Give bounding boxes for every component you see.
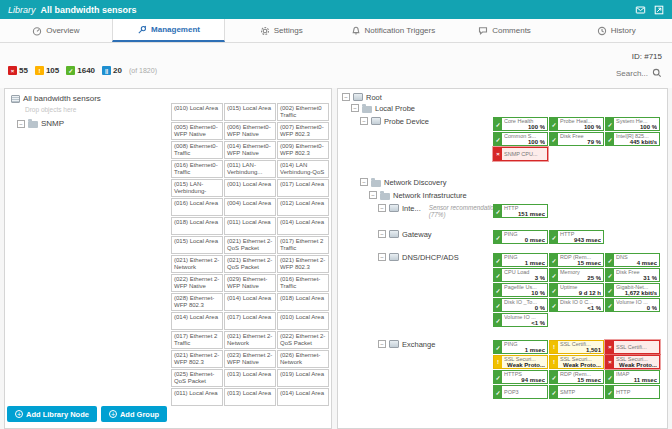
library-sensor-item[interactable]: (017) Ethernet 2 Traffic [171,331,223,349]
library-sensor-item[interactable]: (013) Local Area [224,388,276,406]
sensor-chip[interactable]: ✓SMTP [549,385,604,399]
search-input[interactable] [578,69,648,78]
status-count-down[interactable]: ×55 [8,66,28,75]
library-sensor-item[interactable]: (014) Local Area [171,312,223,330]
tab-history[interactable]: History [560,19,672,42]
sensor-chip[interactable]: ✓RDP (Rem...15 msec [549,370,604,384]
library-sensor-item[interactable]: (018) Local Area [277,293,329,311]
library-sensor-item[interactable]: (014) Local Area [277,217,329,235]
sensor-chip[interactable]: ✓Pagefile Us...10 % [493,283,548,297]
library-sensor-item[interactable]: (022) Ethernet 2-WFP Native [171,274,223,292]
library-sensor-item[interactable]: (017) Local Area [224,312,276,330]
library-sensor-item[interactable]: (017) Ethernet 2 Traffic [277,236,329,254]
tree-node-label[interactable]: −Root [340,93,665,102]
library-sensor-item[interactable]: (014) LAN Verbindung-QoS [277,160,329,178]
sensor-chip[interactable]: ✓Memory25 % [549,268,604,282]
library-sensor-item[interactable]: (010) Local Area [277,312,329,330]
search-box[interactable] [578,68,662,78]
sensor-chip[interactable]: ✓HTTP151 msec [493,204,548,218]
library-sensor-item[interactable]: (015) Local Area [171,236,223,254]
tab-settings[interactable]: Settings [225,19,337,42]
library-sensor-item[interactable]: (002) Ethernet0 Traffic [277,103,329,121]
sensor-chip[interactable]: ✓Volume IO ...0 % [605,298,660,312]
sensor-chip[interactable]: ✓HTTP [605,385,660,399]
sensor-chip[interactable]: ✓Intel[R] 825...445 kbit/s [605,132,660,146]
library-sensor-item[interactable]: (022) Ethernet 2-QoS Packet [277,331,329,349]
sensor-chip[interactable]: ✓POP3 [493,385,548,399]
sensor-chip[interactable]: ✓Disk IO _To...0 % [493,298,548,312]
library-sensor-item[interactable]: (014) Local Area [224,293,276,311]
library-sensor-item[interactable]: (006) Ethernet0-WFP Native [224,122,276,140]
tree-node-label[interactable]: −Network Discovery [340,178,665,187]
tab-overview[interactable]: Overview [0,19,112,42]
library-sensor-item[interactable]: (021) Ethernet 2-Network [224,331,276,349]
collapse-icon[interactable]: − [378,340,386,348]
sensor-chip[interactable]: ×SSL Certifi... [605,340,660,354]
sensor-chip[interactable]: ✓IMAP11 msec [605,370,660,384]
library-sensor-item[interactable]: (011) LAN-Verbindung... [224,160,276,178]
collapse-icon[interactable]: − [369,191,377,199]
sensor-chip[interactable]: ✓PING0 msec [493,230,548,244]
library-sensor-item[interactable]: (021) Ethernet 2-Network [171,255,223,273]
sensor-chip[interactable]: ✓Probe Heal...100 % [549,117,604,131]
sensor-chip[interactable]: ✓PING1 msec [493,340,548,354]
search-icon[interactable] [652,68,662,78]
library-sensor-item[interactable]: (004) Local Area [224,198,276,216]
library-sensor-item[interactable]: (016) Local Area [171,198,223,216]
tab-comments[interactable]: Comments [449,19,561,42]
library-sensor-item[interactable]: (014) Local Area [277,388,329,406]
collapse-icon[interactable]: − [351,104,359,112]
library-sensor-item[interactable]: (011) Local Area [171,388,223,406]
library-sensor-item[interactable]: (005) Ethernet0-WFP Native [171,122,223,140]
library-sensor-item[interactable]: (015) Local Area [224,103,276,121]
library-sensor-item[interactable]: (021) Ethernet 2-WFP 802.3 [277,255,329,273]
collapse-icon[interactable]: − [378,253,386,261]
tab-notification-triggers[interactable]: Notification Triggers [337,19,449,42]
library-sensor-item[interactable]: (009) Ethernet0-WFP 802.3 [277,141,329,159]
sensor-chip[interactable]: !SSL Certifi...1,501 [549,340,604,354]
collapse-icon[interactable]: − [378,230,386,238]
add-library-node-button[interactable]: + Add Library Node [7,406,97,422]
library-sensor-item[interactable]: (026) Ethernet-Network [277,350,329,368]
library-sensor-item[interactable]: (013) Local Area [224,369,276,387]
library-sensor-item[interactable]: (017) Local Area [277,179,329,197]
sensor-chip[interactable]: ✓Core Health100 % [493,117,548,131]
sensor-chip[interactable]: ×SNMP CPU... [493,147,548,161]
library-sensor-item[interactable]: (029) Ethernet-WFP Native [224,274,276,292]
library-sensor-item[interactable]: (023) Ethernet 2-WFP Native [224,350,276,368]
library-sensor-item[interactable]: (016) Ethernet-Traffic [277,274,329,292]
sensor-chip[interactable]: ✓Common S...100 % [493,132,548,146]
sensor-chip[interactable]: ✓Disk IO 0 C...<1 % [549,298,604,312]
library-sensor-item[interactable]: (021) Ethernet 2-QoS Packet [224,236,276,254]
library-sensor-item[interactable]: (015) LAN-Verbindung- [171,179,223,197]
sensor-chip[interactable]: !SSL Securi...Weak Proto... [549,355,604,369]
sensor-chip[interactable]: ✓Gigabit-Net...1,672 kbit/s [605,283,660,297]
library-sensor-item[interactable]: (007) Ethernet0-WFP 802.3 [277,122,329,140]
library-sensor-item[interactable]: (028) Ethernet-WFP 802.3 [171,293,223,311]
library-sensor-item[interactable]: (025) Ethernet-QoS Packet [171,369,223,387]
tab-management[interactable]: Management [112,19,226,42]
library-sensor-item[interactable]: (008) Ethernet0-Traffic [171,141,223,159]
library-root-node[interactable]: All bandwidth sensors [11,94,331,103]
library-sensor-item[interactable]: (019) Local Area [277,369,329,387]
status-count-up[interactable]: ✓1640 [66,66,95,75]
library-sensor-item[interactable]: (012) Local Area [277,198,329,216]
library-sensor-item[interactable]: (018) Local Area [171,217,223,235]
status-count-warning[interactable]: !105 [35,66,59,75]
add-group-button[interactable]: + Add Group [101,406,167,422]
collapse-icon[interactable]: − [342,93,350,101]
collapse-icon[interactable]: − [378,204,386,212]
mail-icon[interactable] [635,5,646,15]
library-sensor-item[interactable]: (011) Local Area [224,217,276,235]
library-sensor-item[interactable]: (014) Ethernet0-WFP Native [224,141,276,159]
sensor-chip[interactable]: ✓PING1 msec [493,253,548,267]
library-sensor-item[interactable]: (016) Ethernet0-Traffic [171,160,223,178]
library-sensor-item[interactable]: (021) Ethernet 2-QoS Packet [224,255,276,273]
sensor-chip[interactable]: !SSL Securi...Weak Proto... [493,355,548,369]
library-sensor-item[interactable]: (001) Local Area [224,179,276,197]
sensor-chip[interactable]: ✓CPU Load3 % [493,268,548,282]
sensor-chip[interactable]: ✓RDP (Rem...15 msec [549,253,604,267]
tree-node-label[interactable]: −Network Infrastructure [340,191,665,200]
tree-node-label[interactable]: −Local Probe [340,104,665,113]
sensor-chip[interactable]: ✓Disk Free79 % [549,132,604,146]
